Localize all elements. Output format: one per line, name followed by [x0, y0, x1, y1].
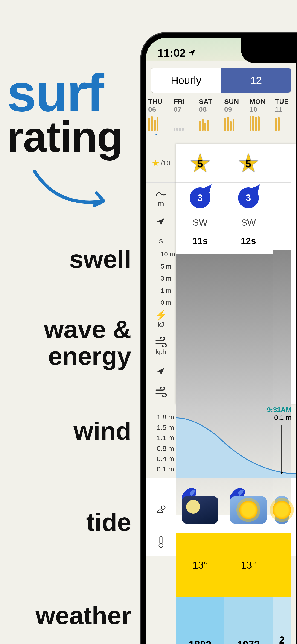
svg-rect-2 — [160, 536, 162, 544]
compass-arrow-icon — [156, 367, 166, 377]
swell-height-badge: 3 — [238, 188, 259, 208]
wind-quality-label — [146, 381, 176, 404]
bolt-icon: ⚡ — [155, 309, 168, 321]
day-selector-strip[interactable]: THU 06 FRI 07 SAT 08 SUN 09 MON — [146, 98, 296, 134]
wave-small-icon — [155, 188, 167, 199]
weather-night-icon — [182, 496, 218, 524]
rating-value: ★5 — [224, 144, 272, 183]
segment-twelve[interactable]: 12 — [221, 68, 291, 92]
tide-chart[interactable]: 1.8 m 1.5 m 1.1 m 0.8 m 0.4 m 0.1 m 9:31… — [146, 404, 296, 478]
label-swell: swell — [7, 246, 147, 272]
weather-col-3-partial[interactable] — [272, 492, 291, 556]
wind-speed-label: kph — [146, 330, 176, 362]
thermometer-icon — [158, 535, 164, 549]
phone-frame: 11:02 Hourly 12 THU 06 FRI 07 — [140, 32, 297, 644]
swell-period: 11s — [176, 236, 224, 254]
energy-label: ⚡ kJ — [146, 307, 176, 330]
wind-icon — [155, 337, 167, 348]
temp-label — [146, 528, 176, 556]
forecast-col-2[interactable]: ★5 3 SW 12s 1973 15 NNW cross-off — [224, 144, 272, 404]
day-tue[interactable]: TUE 11 — [275, 98, 296, 134]
label-wave: wave & energy — [7, 316, 147, 369]
temperature: 13° — [176, 533, 224, 598]
status-time: 11:02 — [158, 46, 186, 59]
swell-period-label: s — [146, 231, 176, 250]
temperature: 13° — [224, 533, 272, 598]
wind-direction-label — [146, 362, 176, 381]
cloud-sun-icon — [154, 504, 168, 516]
weather-label — [146, 492, 176, 528]
label-wind: wind — [7, 418, 147, 444]
tide-marker: 9:31AM 0.1 m — [267, 406, 292, 422]
forecast-col-3-partial[interactable]: 2 — [272, 144, 291, 404]
swell-period: 12s — [224, 236, 272, 254]
day-thu[interactable]: THU 06 — [148, 98, 174, 134]
swell-direction-label — [146, 213, 176, 231]
tide-scale-labels: 1.8 m 1.5 m 1.1 m 0.8 m 0.4 m 0.1 m — [146, 413, 176, 473]
wind-icon — [155, 387, 167, 398]
swell-direction: SW — [224, 218, 272, 236]
weather-sunny-icon — [275, 496, 289, 524]
swell-direction: SW — [176, 218, 224, 236]
star-icon: ★ — [152, 158, 160, 168]
day-fri[interactable]: FRI 07 — [174, 98, 199, 134]
view-segmented-control[interactable]: Hourly 12 — [150, 68, 292, 93]
rating-label: ★ /10 — [146, 144, 176, 183]
compass-arrow-icon — [156, 217, 166, 227]
swell-height-label: m — [146, 183, 176, 213]
headline-rating: rating — [7, 117, 147, 157]
phone-notch — [241, 38, 296, 63]
location-arrow-icon — [188, 46, 196, 59]
day-sun[interactable]: SUN 09 — [224, 98, 250, 134]
wave-scale-label: 10 m 5 m 3 m 1 m 0 m — [146, 250, 176, 307]
forecast-grid: ★ /10 m s 10 m 5 — [146, 144, 296, 404]
segment-hourly[interactable]: Hourly — [151, 68, 221, 92]
marketing-panel: surf rating swell wave & energy wind tid… — [0, 0, 147, 629]
svg-point-1 — [162, 506, 165, 510]
day-mon[interactable]: MON 10 — [250, 98, 275, 134]
weather-col-2[interactable]: 13° — [224, 492, 272, 556]
forecast-col-1[interactable]: ★5 3 SW 11s 1802 10 NW cross-off — [176, 144, 224, 404]
day-sat[interactable]: SAT 08 — [199, 98, 224, 134]
label-tide: tide — [7, 509, 147, 536]
arrow-icon — [30, 166, 118, 217]
rating-value: ★5 — [176, 144, 224, 183]
swell-height-badge: 3 — [190, 188, 210, 208]
weather-sunny-icon — [230, 496, 267, 524]
weather-col-1[interactable]: 13° — [176, 492, 224, 556]
day-selected-marker-icon — [152, 134, 160, 134]
headline-surf: surf — [7, 69, 147, 117]
label-weather: weather — [7, 602, 147, 629]
